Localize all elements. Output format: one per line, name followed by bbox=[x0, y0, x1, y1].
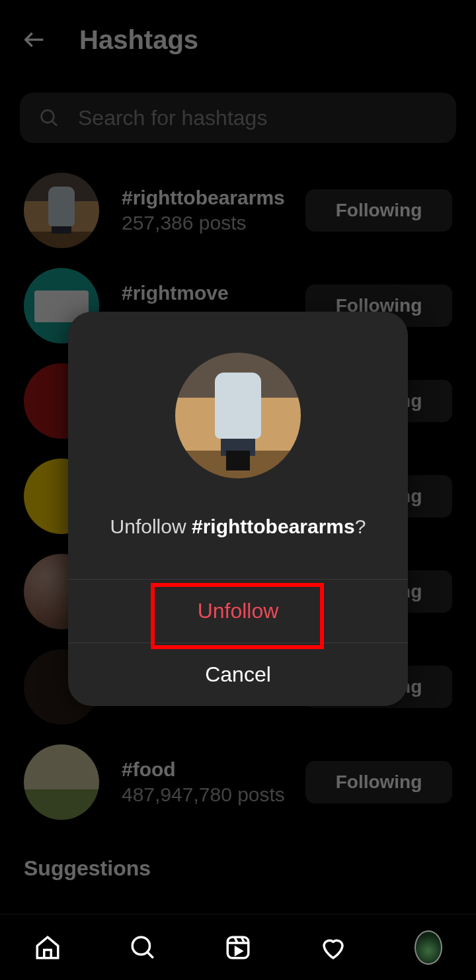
dialog-target: #righttobeararms bbox=[192, 515, 355, 537]
home-icon bbox=[34, 934, 61, 961]
nav-home[interactable] bbox=[34, 934, 61, 961]
svg-rect-2 bbox=[227, 937, 249, 958]
unfollow-button[interactable]: Unfollow bbox=[68, 579, 408, 643]
dialog-message: Unfollow #righttobeararms? bbox=[68, 478, 408, 579]
nav-profile[interactable] bbox=[415, 934, 442, 961]
reels-icon bbox=[224, 934, 252, 961]
cancel-button[interactable]: Cancel bbox=[68, 643, 408, 706]
nav-search[interactable] bbox=[129, 934, 157, 961]
dialog-avatar bbox=[175, 353, 301, 478]
dialog-prefix: Unfollow bbox=[110, 515, 192, 537]
profile-avatar-icon bbox=[415, 930, 442, 965]
unfollow-dialog: Unfollow #righttobeararms? Unfollow Canc… bbox=[68, 312, 408, 706]
dialog-suffix: ? bbox=[355, 515, 366, 537]
nav-reels[interactable] bbox=[224, 934, 252, 961]
svg-point-1 bbox=[132, 937, 149, 954]
bottom-nav bbox=[0, 914, 476, 980]
heart-icon bbox=[319, 934, 347, 961]
nav-activity[interactable] bbox=[319, 934, 347, 961]
search-icon bbox=[129, 934, 157, 961]
